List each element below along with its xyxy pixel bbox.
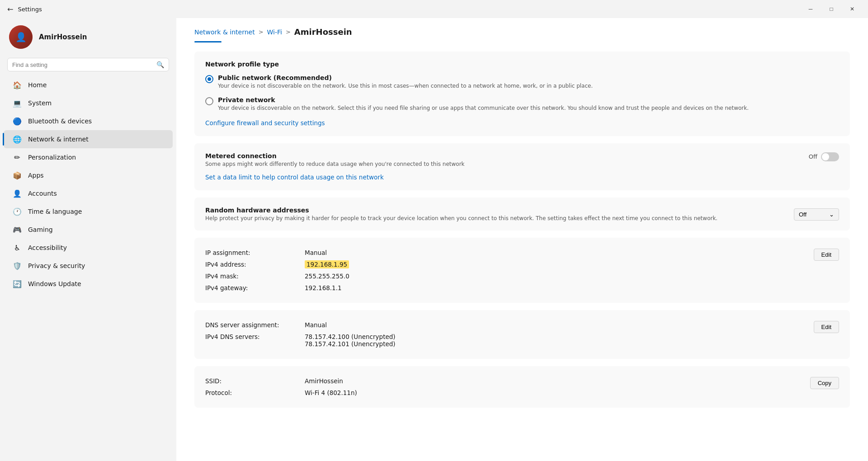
avatar: 👤 xyxy=(9,25,33,49)
nav-item-accounts[interactable]: 👤 Accounts xyxy=(4,184,173,202)
nav-label-system: System xyxy=(28,99,52,107)
data-limit-link[interactable]: Set a data limit to help control data us… xyxy=(205,174,384,181)
network-info-table: SSID: AmirHossein Protocol: Wi-Fi 4 (802… xyxy=(205,375,806,399)
private-network-option[interactable]: Private network Your device is discovera… xyxy=(205,96,839,112)
random-hardware-title: Random hardware addresses xyxy=(205,207,785,214)
private-network-radio[interactable] xyxy=(205,97,213,105)
gaming-icon: 🎮 xyxy=(13,225,22,234)
nav-item-personalization[interactable]: ✏️ Personalization xyxy=(4,148,173,166)
public-network-label: Public network (Recommended) xyxy=(218,74,593,81)
protocol-label: Protocol: xyxy=(205,389,305,396)
network-icon: 🌐 xyxy=(13,135,22,144)
nav-item-gaming[interactable]: 🎮 Gaming xyxy=(4,221,173,239)
privacy-icon: 🛡️ xyxy=(13,261,22,270)
breadcrumb-part2[interactable]: Wi-Fi xyxy=(267,28,282,36)
maximize-button[interactable]: □ xyxy=(821,2,842,16)
ssid-value: AmirHossein xyxy=(305,377,806,385)
copy-button[interactable]: Copy xyxy=(810,377,839,389)
nav-item-apps[interactable]: 📦 Apps xyxy=(4,166,173,184)
nav-item-windowsupdate[interactable]: 🔄 Windows Update xyxy=(4,275,173,293)
search-box[interactable]: 🔍 xyxy=(7,58,169,71)
ipv4-gateway-label: IPv4 gateway: xyxy=(205,284,305,292)
firewall-link[interactable]: Configure firewall and security settings xyxy=(205,119,325,127)
random-hardware-dropdown-container: Off ⌄ xyxy=(794,208,839,221)
network-profile-title: Network profile type xyxy=(205,61,839,68)
home-icon: 🏠 xyxy=(13,80,22,89)
close-button[interactable]: ✕ xyxy=(842,2,863,16)
public-network-desc: Your device is not discoverable on the n… xyxy=(218,82,593,90)
nav-label-apps: Apps xyxy=(28,172,44,179)
windowsupdate-icon: 🔄 xyxy=(13,279,22,288)
ipv4-address-label: IPv4 address: xyxy=(205,261,305,268)
random-hardware-row: Random hardware addresses Help protect y… xyxy=(205,207,839,221)
dns-section: DNS server assignment: Manual IPv4 DNS s… xyxy=(194,310,850,359)
personalization-icon: ✏️ xyxy=(13,153,22,162)
username-label: AmirHossein xyxy=(39,33,87,41)
copy-button-container: Copy xyxy=(810,375,839,389)
ipv4-address-value: 192.168.1.95 xyxy=(305,261,809,268)
dns-assignment-row: DNS server assignment: Manual xyxy=(205,319,809,331)
random-hardware-value: Off xyxy=(799,211,807,218)
window-controls: ─ □ ✕ xyxy=(800,2,863,16)
metered-toggle[interactable] xyxy=(821,152,839,161)
ip-assignment-label: IP assignment: xyxy=(205,249,305,256)
network-info-section: SSID: AmirHossein Protocol: Wi-Fi 4 (802… xyxy=(194,366,850,408)
metered-toggle-label: Off xyxy=(809,153,817,160)
nav-item-network[interactable]: 🌐 Network & internet xyxy=(4,130,173,148)
ip-edit-container: Edit xyxy=(814,247,839,261)
back-icon[interactable]: ← xyxy=(7,5,13,14)
minimize-button[interactable]: ─ xyxy=(800,2,821,16)
nav-label-accounts: Accounts xyxy=(28,190,57,197)
private-network-text: Private network Your device is discovera… xyxy=(218,96,749,112)
dns-edit-button[interactable]: Edit xyxy=(814,321,839,333)
nav-label-network: Network & internet xyxy=(28,136,89,143)
ssid-row: SSID: AmirHossein xyxy=(205,375,806,387)
random-hardware-desc: Help protect your privacy by making it h… xyxy=(205,215,785,221)
ipv4-mask-row: IPv4 mask: 255.255.255.0 xyxy=(205,270,809,282)
nav-item-system[interactable]: 💻 System xyxy=(4,94,173,112)
ipv4-address-row: IPv4 address: 192.168.1.95 xyxy=(205,259,809,270)
random-hardware-dropdown[interactable]: Off ⌄ xyxy=(794,208,839,221)
nav-item-bluetooth[interactable]: 🔵 Bluetooth & devices xyxy=(4,112,173,130)
ip-section: IP assignment: Manual IPv4 address: 192.… xyxy=(194,238,850,303)
private-network-desc: Your device is discoverable on the netwo… xyxy=(218,104,749,112)
page-main: Network profile type Public network (Rec… xyxy=(176,42,868,424)
nav-label-accessibility: Accessibility xyxy=(28,244,67,251)
metered-connection-row: Metered connection Some apps might work … xyxy=(205,152,839,167)
breadcrumb-part1[interactable]: Network & internet xyxy=(194,28,255,36)
ip-edit-button[interactable]: Edit xyxy=(814,249,839,261)
random-hardware-section: Random hardware addresses Help protect y… xyxy=(194,198,850,230)
nav-label-home: Home xyxy=(28,81,47,89)
time-icon: 🕐 xyxy=(13,207,22,216)
accessibility-icon: ♿ xyxy=(13,243,22,252)
ip-info-container: IP assignment: Manual IPv4 address: 192.… xyxy=(205,247,839,294)
search-input[interactable] xyxy=(12,61,153,68)
nav-item-home[interactable]: 🏠 Home xyxy=(4,76,173,94)
ip-assignment-value: Manual xyxy=(305,249,809,256)
dns-servers-row: IPv4 DNS servers: 78.157.42.100 (Unencry… xyxy=(205,331,809,350)
public-network-radio[interactable] xyxy=(205,75,213,83)
metered-connection-desc: Some apps might work differently to redu… xyxy=(205,161,809,167)
user-section: 👤 AmirHossein xyxy=(0,18,176,56)
nav-item-privacy[interactable]: 🛡️ Privacy & security xyxy=(4,257,173,275)
nav-label-privacy: Privacy & security xyxy=(28,262,85,269)
title-bar-left: ← Settings xyxy=(7,5,42,14)
chevron-down-icon: ⌄ xyxy=(829,211,834,218)
breadcrumb-sep2: > xyxy=(286,28,291,35)
random-hardware-left: Random hardware addresses Help protect y… xyxy=(205,207,785,221)
private-network-label: Private network xyxy=(218,96,749,103)
ipv4-mask-value: 255.255.255.0 xyxy=(305,273,809,280)
public-network-option[interactable]: Public network (Recommended) Your device… xyxy=(205,74,839,90)
bluetooth-icon: 🔵 xyxy=(13,117,22,126)
metered-toggle-container: Off xyxy=(809,152,839,161)
protocol-row: Protocol: Wi-Fi 4 (802.11n) xyxy=(205,387,806,399)
metered-connection-section: Metered connection Some apps might work … xyxy=(194,143,850,190)
app-title: Settings xyxy=(18,6,42,13)
dns-assignment-value: Manual xyxy=(305,321,809,329)
nav-item-time[interactable]: 🕐 Time & language xyxy=(4,202,173,221)
public-network-text: Public network (Recommended) Your device… xyxy=(218,74,593,90)
ipv4-gateway-row: IPv4 gateway: 192.168.1.1 xyxy=(205,282,809,294)
nav-label-personalization: Personalization xyxy=(28,154,76,161)
sidebar: 👤 AmirHossein 🔍 🏠 Home 💻 System 🔵 Blueto… xyxy=(0,18,176,461)
nav-item-accessibility[interactable]: ♿ Accessibility xyxy=(4,239,173,257)
